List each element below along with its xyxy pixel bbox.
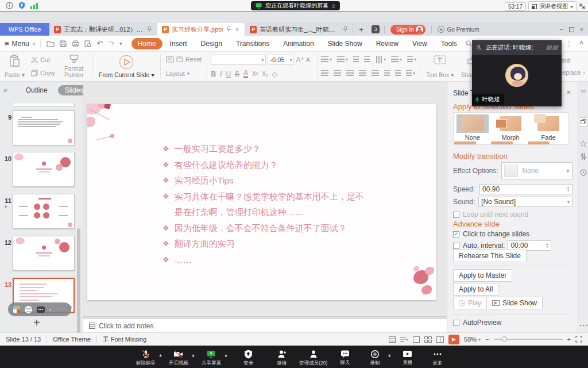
autopreview-checkbox[interactable] [453,320,459,326]
fit-slide-icon[interactable] [575,336,582,343]
tab-view[interactable]: View [406,38,434,49]
font-family-combobox[interactable]: ▾ [211,55,266,65]
clear-format-icon[interactable]: ◇ [272,70,277,78]
slideshow-play-button[interactable]: ▶ [448,335,459,344]
quick-access-caret-icon[interactable]: ▾ [119,41,122,47]
distribute-icon[interactable] [372,70,379,76]
slide-thumbnail-9[interactable] [13,110,75,145]
tab-transitions[interactable]: Transitions [230,38,276,49]
zoom-out-icon[interactable]: − [485,336,489,343]
collapse-ribbon-icon[interactable]: ^ [579,40,583,48]
slide-sorter-icon[interactable] [424,336,432,343]
align-right-icon[interactable] [346,70,354,76]
loop-checkbox[interactable] [453,212,459,218]
chat-button[interactable]: 聊天 [330,347,360,366]
spinner[interactable]: ▲▼ [546,243,548,248]
layout-button[interactable]: Layout ▾ [164,70,204,78]
close-tab-icon[interactable]: × [234,26,240,33]
info-icon[interactable] [6,2,13,9]
numbering-icon[interactable] [337,56,345,63]
record-options-caret-icon[interactable]: ▲ [388,353,392,357]
video-options-caret-icon[interactable]: ▲ [191,353,195,357]
floating-reaction-dock[interactable]: ‹ [8,302,71,316]
tab-tools[interactable]: Tools [435,38,463,49]
video-feed[interactable]: 叶晓煋 [472,55,562,106]
bullet-item[interactable]: ❖实习具体在干嘛？感觉学校学的基本用不上，是不是在打杂啊，管理打印机这种…… [163,189,369,220]
theme-name[interactable]: Office Theme [53,336,91,343]
new-tab-button[interactable]: + [353,23,369,36]
start-video-button[interactable]: 开启视频 [164,347,194,367]
slide-canvas[interactable]: ❖一般实习工资是多少？ ❖有些什么建议培养的能力？ ❖实习经历小Tips ❖实习… [87,104,436,300]
spin-down-icon[interactable]: ▼ [546,246,548,248]
close-window-icon[interactable]: × [580,26,583,33]
bullet-item[interactable]: ❖…… [163,252,369,268]
tab-review[interactable]: Review [370,38,405,49]
outline-tab[interactable]: Outline [24,85,50,95]
slide-thumbnail-12[interactable] [13,236,75,271]
auto-interval-checkbox[interactable] [453,243,459,249]
bullet-item[interactable]: ❖实习经历小Tips [163,172,369,189]
invite-button[interactable]: 邀请 [267,347,297,367]
print-icon[interactable] [72,40,79,47]
strikethrough-icon[interactable]: S [235,70,239,78]
from-current-slide-button[interactable]: From Current Slide ▾ [96,53,157,79]
apply-to-master-button[interactable]: Apply to Master [453,269,512,282]
outline-view-icon[interactable] [400,336,408,343]
zoom-slider[interactable] [494,339,563,340]
align-text-icon[interactable] [391,56,399,63]
more-button[interactable]: 更多 [423,347,452,367]
zoom-in-icon[interactable]: + [567,336,571,343]
play-button[interactable]: Play [453,297,487,309]
more-panels-icon[interactable]: ⋯ [578,320,588,331]
justify-icon[interactable] [359,70,366,76]
slide-thumbnail-partial[interactable] [13,103,75,106]
tab-home[interactable]: Home [131,38,163,49]
bullets-icon[interactable] [321,56,328,63]
italic-icon[interactable]: I [220,70,222,78]
transition-option-morph[interactable]: Morph [493,114,528,144]
cut-button[interactable]: Cut [29,56,57,64]
wps-office-button[interactable]: WPS Office [0,23,49,36]
text-effects-icon[interactable] [407,56,413,63]
slide-thumbnail-10[interactable] [13,152,75,187]
font-color-icon[interactable]: A [243,70,248,78]
bullet-item[interactable]: ❖有些什么建议培养的能力？ [163,157,369,173]
rehearse-button[interactable]: Rehearse This Slide [453,250,527,262]
pin-icon[interactable] [226,26,231,32]
tab-slide-show[interactable]: Slide Show [322,38,369,49]
align-left-icon[interactable] [321,70,328,76]
unmute-button[interactable]: 解除静音 [131,347,161,367]
copy-button[interactable]: Copy [29,69,57,77]
increase-indent-icon[interactable] [364,56,370,63]
document-tab-1[interactable]: P 王宏志：翻译史研...012）.pdf [49,23,157,36]
font-missing-indicator[interactable]: Font Missing [103,336,146,343]
print-preview-icon[interactable] [84,40,91,47]
sign-in-button[interactable]: Sign in [390,25,426,34]
click-change-row[interactable]: ✓ Click to change slides [453,230,529,238]
shield-icon[interactable] [18,2,25,9]
paste-button[interactable]: Paste ▾ [2,53,27,79]
slide-bullet-list[interactable]: ❖一般实习工资是多少？ ❖有些什么建议培养的能力？ ❖实习经历小Tips ❖实习… [163,141,369,267]
pin-icon[interactable] [343,26,348,32]
collapse-dock-icon[interactable]: ‹ [49,306,52,313]
bullet-item[interactable]: ❖因为低年级，会不会不符合条件进不了面试？ [163,220,369,236]
presenter-view-button[interactable]: 演讲者视图 ▾ [528,1,577,12]
go-premium-button[interactable]: Go Premium [438,26,479,33]
settings-sliders-icon[interactable] [578,153,588,160]
mic-options-caret-icon[interactable]: ▲ [158,353,163,357]
transition-option-none[interactable]: None [455,114,490,144]
star-panel-icon[interactable]: ☆ [578,138,588,149]
slide-show-button[interactable]: Slide Show [486,297,543,309]
tab-insert[interactable]: Insert [164,38,194,49]
text-direction-icon[interactable] [376,56,382,63]
security-button[interactable]: 安全 [234,347,264,367]
history-clock-icon[interactable] [578,169,588,176]
font-size-combobox[interactable]: -0.05 ▾ [268,55,294,65]
record-button[interactable]: 录制 [360,347,390,367]
spin-down-icon[interactable]: ▼ [567,189,570,192]
click-change-checkbox[interactable]: ✓ [453,231,459,237]
increase-font-icon[interactable]: A⁺ [296,56,304,64]
apply-to-all-button[interactable]: Apply to All [453,283,498,296]
share-screen-button[interactable]: 共享屏幕 [196,347,226,367]
restore-icon[interactable] [569,27,574,32]
